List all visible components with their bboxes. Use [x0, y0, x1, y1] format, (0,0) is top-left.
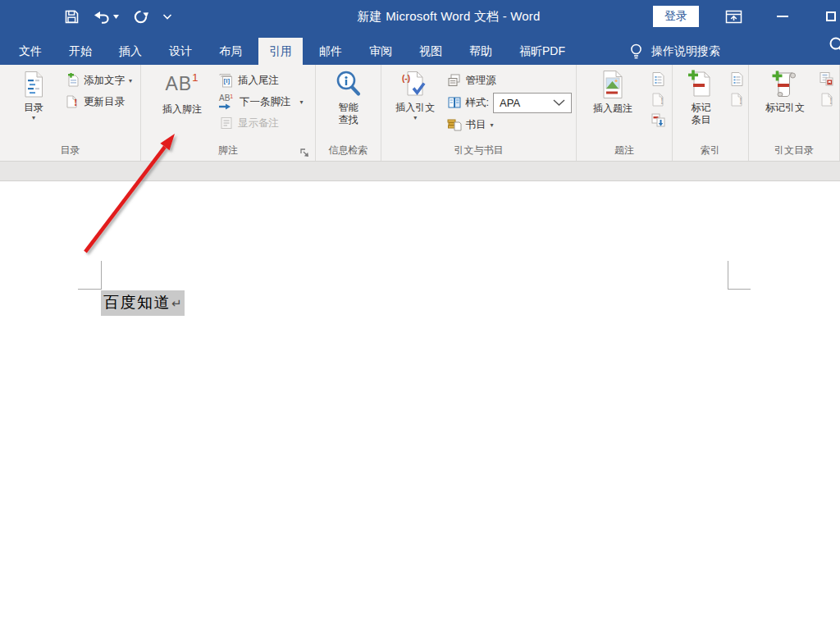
tell-me-label: 操作说明搜索 — [651, 44, 720, 59]
svg-text:[i]: [i] — [224, 77, 231, 84]
toc-icon — [20, 70, 48, 99]
style-icon — [447, 95, 462, 110]
toc-button[interactable]: 目录 ▾ — [10, 67, 57, 121]
tab-references[interactable]: 引用 — [258, 38, 303, 65]
bibliography-caret-icon: ▾ — [491, 121, 494, 129]
selected-text[interactable]: 百度知道 — [101, 290, 171, 316]
tab-review[interactable]: 审阅 — [358, 38, 403, 65]
style-label: 样式: — [466, 96, 489, 110]
tell-me-search[interactable]: 操作说明搜索 — [629, 38, 720, 65]
mark-entry-label-2: 条目 — [692, 114, 711, 126]
redo-button[interactable] — [133, 9, 148, 25]
tab-design[interactable]: 设计 — [158, 38, 203, 65]
maximize-button[interactable] — [826, 11, 836, 21]
document-page[interactable]: 百度知道 ↵ — [0, 181, 840, 630]
insert-table-of-figures-icon — [651, 71, 666, 87]
smart-lookup-label-1: 智能 — [339, 102, 358, 114]
group-research: 智能 查找 信息检索 — [316, 65, 381, 161]
insert-index-button[interactable] — [727, 71, 746, 87]
svg-text:!: ! — [660, 95, 664, 107]
group-captions: 插入题注 ! 题注 — [577, 65, 673, 161]
insert-endnote-button[interactable]: [i] 插入尾注 — [217, 70, 306, 91]
save-button[interactable] — [64, 9, 80, 25]
smart-lookup-label-2: 查找 — [339, 114, 358, 126]
add-text-icon — [65, 73, 80, 88]
group-footnotes: AB1 插入脚注 [i] 插入尾注 AB1 下一条脚注 ▾ — [141, 65, 316, 161]
show-notes-icon — [219, 116, 234, 130]
show-notes-label: 显示备注 — [238, 116, 279, 130]
mark-citation-icon — [770, 70, 800, 99]
style-field: 样式: APA — [445, 91, 574, 114]
insert-table-of-authorities-button[interactable] — [817, 71, 837, 87]
save-icon — [64, 9, 80, 25]
tab-foxit-pdf[interactable]: 福昕PDF — [509, 38, 576, 65]
cross-reference-icon — [651, 112, 666, 128]
minimize-icon — [777, 16, 788, 17]
add-text-button[interactable]: 添加文字 ▾ — [62, 70, 135, 91]
redo-icon — [133, 9, 148, 25]
footnotes-dialog-launcher[interactable] — [299, 147, 311, 158]
insert-index-icon — [729, 71, 745, 87]
mark-citation-button[interactable]: 标记引文 — [759, 67, 811, 114]
tab-layout[interactable]: 布局 — [208, 38, 253, 65]
tab-file[interactable]: 文件 — [8, 38, 52, 65]
insert-table-of-figures-button[interactable] — [648, 71, 668, 87]
update-index-button[interactable]: ! — [727, 91, 746, 107]
svg-text:(-): (-) — [402, 74, 410, 83]
group-label-research: 信息检索 — [316, 144, 381, 161]
search-icon[interactable] — [829, 36, 840, 59]
add-text-label: 添加文字 — [84, 74, 125, 88]
update-index-icon: ! — [729, 92, 745, 107]
ribbon-display-options-icon — [725, 9, 742, 25]
insert-citation-label: 插入引文 — [395, 102, 435, 114]
insert-citation-button[interactable]: (-) 插入引文 ▾ — [388, 67, 443, 121]
bibliography-button[interactable]: 书目 ▾ — [445, 114, 574, 135]
crop-mark-left-vertical — [101, 261, 102, 290]
show-notes-button[interactable]: 显示备注 — [217, 112, 306, 134]
update-table-of-figures-button[interactable]: ! — [648, 91, 668, 107]
update-toc-button[interactable]: ! 更新目录 — [62, 91, 135, 112]
update-table-of-figures-icon: ! — [651, 92, 666, 107]
tab-view[interactable]: 视图 — [409, 38, 453, 65]
next-footnote-button[interactable]: AB1 下一条脚注 ▾ — [217, 91, 306, 112]
customize-quick-access-button[interactable] — [162, 14, 172, 20]
group-label-citations: 引文与书目 — [381, 144, 576, 161]
group-label-footnotes: 脚注 — [141, 144, 315, 161]
smart-lookup-button[interactable]: 智能 查找 — [332, 67, 365, 126]
minimize-button[interactable] — [777, 16, 788, 17]
ribbon-display-options-button[interactable] — [725, 9, 742, 25]
ribbon-references: 目录 ▾ 添加文字 ▾ ! 更新目录 目录 AB1 插入脚注 — [0, 65, 840, 162]
update-table-of-authorities-button[interactable]: ! — [817, 91, 837, 107]
svg-text:!: ! — [739, 95, 742, 107]
group-label-index: 索引 — [673, 144, 748, 161]
next-footnote-label: 下一条脚注 — [240, 95, 291, 109]
group-label-toc: 目录 — [0, 144, 140, 161]
toc-caret-icon: ▾ — [32, 114, 35, 121]
insert-citation-caret-icon: ▾ — [413, 114, 417, 121]
quick-access-toolbar — [0, 9, 172, 25]
bibliography-label: 书目 — [466, 118, 486, 132]
chevron-down-icon — [162, 14, 172, 20]
insert-footnote-button[interactable]: AB1 插入脚注 — [149, 67, 215, 116]
ribbon-document-gap — [0, 162, 840, 181]
style-value: APA — [500, 97, 520, 109]
cross-reference-button[interactable] — [648, 112, 668, 128]
manage-sources-button[interactable]: 管理源 — [445, 70, 574, 91]
undo-button[interactable] — [94, 9, 119, 24]
tab-home[interactable]: 开始 — [58, 38, 103, 65]
tab-insert[interactable]: 插入 — [108, 38, 153, 65]
mark-entry-icon — [687, 70, 715, 99]
tab-help[interactable]: 帮助 — [459, 38, 503, 65]
sign-in-button[interactable]: 登录 — [653, 6, 699, 27]
manage-sources-icon — [447, 73, 462, 88]
tab-mailings[interactable]: 邮件 — [308, 38, 353, 65]
insert-endnote-icon: [i] — [219, 73, 234, 88]
title-bar: 新建 Microsoft Word 文档 - Word 登录 — [0, 0, 840, 33]
style-combobox[interactable]: APA — [493, 93, 572, 113]
paragraph-line[interactable]: 百度知道 ↵ — [101, 290, 185, 316]
mark-entry-button[interactable]: 标记 条目 — [681, 67, 721, 126]
ribbon-tab-row: 文件 开始 插入 设计 布局 引用 邮件 审阅 视图 帮助 福昕PDF 操作说明… — [0, 33, 840, 65]
toc-label: 目录 — [24, 102, 43, 114]
insert-caption-button[interactable]: 插入题注 — [583, 67, 642, 115]
manage-sources-label: 管理源 — [466, 74, 497, 88]
